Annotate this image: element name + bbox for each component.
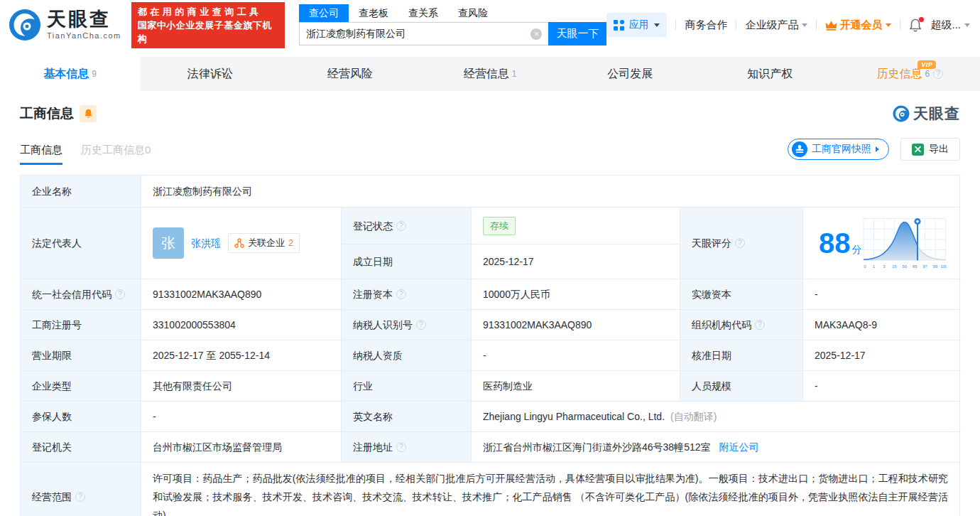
tab-company-development[interactable]: 公司发展 (560, 57, 700, 91)
staff-size-value: - (803, 371, 960, 402)
score-unit: 分 (852, 242, 862, 257)
svg-text:85: 85 (912, 264, 917, 269)
reg-number-value: 331002000553804 (141, 310, 342, 340)
menu-item-user[interactable]: 超级... (930, 18, 970, 32)
tab-history-info[interactable]: VIP 历史信息 6 (840, 57, 980, 91)
reg-capital-value: 10000万人民币 (472, 279, 680, 310)
section-title: 工商信息 (20, 104, 74, 123)
tab-operating-risk[interactable]: 经营风险 (280, 57, 420, 91)
insured-count-value: - (141, 402, 342, 432)
legal-rep-cell: 张 张洪瑶 关联企业 2 (141, 208, 342, 279)
tab-operating-info[interactable]: 经营信息 1 (420, 57, 560, 91)
section-header: 工商信息 天眼查 (0, 91, 980, 124)
notification-red-dot (919, 17, 924, 22)
scope-label: 经营范围 (21, 463, 141, 516)
monitor-bell-button[interactable] (80, 105, 97, 122)
industry-label: 行业 (342, 371, 472, 402)
company-name-label: 企业名称 (21, 176, 141, 208)
scope-value: 许可项目：药品生产；药品批发(依法须经批准的项目，经相关部门批准后方可开展经营活… (141, 463, 960, 516)
divider (900, 20, 900, 30)
paid-capital-value: - (803, 279, 960, 310)
reg-status-label: 登记状态 (342, 208, 472, 244)
search-tab-company[interactable]: 查公司 (299, 4, 349, 22)
menu-item-enterprise[interactable]: 企业级产品 (745, 18, 807, 32)
taxpayer-id-label: 纳税人识别号 (342, 310, 472, 340)
insured-count-label: 参保人数 (21, 402, 141, 432)
help-question-icon[interactable] (75, 492, 85, 502)
org-code-value: MAK3AAQ8-9 (803, 310, 960, 340)
related-companies-badge[interactable]: 关联企业 2 (228, 233, 300, 253)
company-type-label: 企业类型 (21, 371, 141, 402)
subtab-history-business-info[interactable]: 历史工商信息0 (81, 144, 151, 165)
svg-text:3: 3 (883, 264, 886, 269)
reg-authority-label: 登记机关 (21, 432, 141, 463)
business-info-table: 企业名称 浙江凌愈制药有限公司 法定代表人 张 张洪瑶 关联企业 (20, 175, 960, 516)
reg-number-label: 工商注册号 (21, 310, 141, 340)
english-name-label: 英文名称 (342, 402, 472, 432)
help-question-icon[interactable] (396, 289, 406, 299)
help-question-icon[interactable] (396, 221, 406, 231)
vip-badge: VIP (918, 60, 936, 69)
company-type-value: 其他有限责任公司 (141, 371, 342, 402)
official-snapshot-button[interactable]: 工商官网快照 (788, 139, 889, 160)
company-section-tabs: 基本信息 9 法律诉讼 经营风险 经营信息 1 公司发展 知识产权 VIP 历史… (0, 57, 980, 91)
export-button[interactable]: 导出 (900, 138, 960, 161)
search-input[interactable] (306, 28, 531, 40)
subtab-row: 工商信息 历史工商信息0 工商官网快照 导出 (0, 124, 980, 165)
clear-search-icon[interactable]: ✕ (530, 28, 542, 40)
svg-text:50: 50 (902, 264, 907, 269)
menu-item-cooperation[interactable]: 商务合作 (685, 18, 727, 32)
chevron-right-icon (876, 146, 879, 152)
svg-text:99: 99 (932, 264, 937, 269)
svg-text:97: 97 (922, 264, 927, 269)
notifications-bell[interactable] (909, 18, 922, 32)
search-button[interactable]: 天眼一下 (548, 22, 606, 45)
slogan-line-2: 国家中小企业发展子基金旗下机构 (138, 18, 278, 45)
watermark-logo-icon (893, 105, 910, 122)
help-question-icon[interactable] (396, 442, 406, 452)
search-tab-relation[interactable]: 查关系 (398, 4, 448, 22)
chevron-down-icon (654, 23, 660, 27)
business-term-value: 2025-12-17 至 2055-12-14 (141, 340, 342, 371)
tianyancha-logo[interactable]: 天眼查 TianYanCha.com (9, 9, 121, 41)
stamp-icon (792, 141, 807, 157)
apps-menu-label: 应用 (628, 18, 648, 31)
legal-rep-name-link[interactable]: 张洪瑶 (191, 236, 221, 250)
svg-text:15: 15 (891, 264, 896, 269)
logo-cn-text: 天眼查 (47, 10, 121, 29)
uscc-value: 91331002MAK3AAQ890 (141, 279, 342, 310)
tab-intellectual-property[interactable]: 知识产权 (700, 57, 840, 91)
taxpayer-quality-label: 纳税人资质 (342, 340, 472, 371)
reg-status-value: 存续 (472, 208, 680, 244)
help-question-icon[interactable] (416, 320, 426, 330)
svg-text:100: 100 (940, 264, 947, 269)
company-name-value: 浙江凌愈制药有限公司 (141, 176, 960, 208)
search-tab-boss[interactable]: 查老板 (349, 4, 398, 22)
menu-item-vip[interactable]: 开通会员 (825, 18, 891, 32)
est-date-value: 2025-12-17 (472, 244, 680, 279)
related-network-icon (234, 238, 244, 248)
search-tab-risk[interactable]: 查风险 (448, 4, 498, 22)
english-name-value: Zhejiang Lingyu Pharmaceutical Co., Ltd.… (472, 402, 960, 432)
svg-text:1: 1 (872, 264, 875, 269)
tab-basic-info[interactable]: 基本信息 9 (0, 57, 140, 91)
help-question-icon[interactable] (115, 289, 125, 299)
help-question-icon[interactable] (735, 238, 745, 248)
tab-ip-label: 知识产权 (747, 67, 793, 82)
apps-grid-icon (614, 20, 624, 31)
subtab-business-info[interactable]: 工商信息 (20, 144, 62, 165)
reg-capital-label: 注册资本 (342, 279, 472, 310)
top-header: 天眼查 TianYanCha.com 都在用的商业查询工具 国家中小企业发展子基… (0, 0, 980, 50)
divider (816, 20, 817, 30)
tab-history-label: 历史信息 (877, 67, 922, 82)
help-question-icon[interactable] (755, 320, 765, 330)
search-input-wrap: ✕ (299, 22, 549, 45)
tab-legal-proceedings[interactable]: 法律诉讼 (140, 57, 280, 91)
nearby-companies-link[interactable]: 附近公司 (719, 441, 759, 453)
est-date-label: 成立日期 (342, 244, 472, 279)
help-question-icon[interactable] (933, 69, 943, 79)
apps-menu[interactable]: 应用 (606, 13, 667, 37)
brand-slogan: 都在用的商业查询工具 国家中小企业发展子基金旗下机构 (131, 2, 285, 48)
legal-rep-avatar[interactable]: 张 (153, 227, 184, 259)
status-badge: 存续 (483, 217, 516, 235)
